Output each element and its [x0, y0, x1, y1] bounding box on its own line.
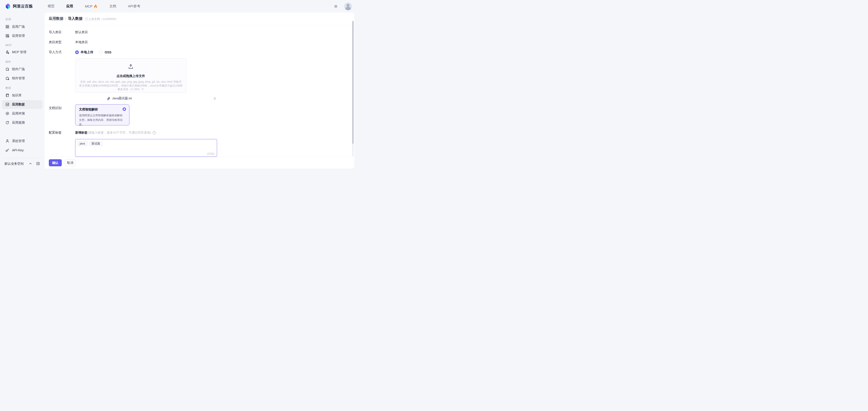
chart-icon — [5, 102, 9, 107]
tag-chip[interactable]: java — [78, 141, 87, 146]
category-type-value: 本地类目 — [75, 40, 88, 44]
sidebar-item-component-manage[interactable]: 组件管理 — [2, 74, 42, 83]
sidebar-section-apps: 应用 — [5, 18, 39, 21]
upload-hint-formats: 支持 .pdf,.doc,.docx,.txt,.md,.pptx,.ppt,.… — [75, 80, 186, 84]
avatar-torso — [345, 7, 351, 10]
collapse-panel-icon[interactable] — [36, 162, 40, 166]
sidebar-divider — [4, 158, 41, 158]
grid-manage-icon — [5, 34, 9, 38]
breadcrumb-separator: / — [65, 17, 66, 21]
cancel-button[interactable]: 取消 — [65, 159, 75, 166]
nav-tab-api[interactable]: API参考 — [128, 4, 140, 8]
nav-tab-mcp-label: MCP — [85, 4, 92, 8]
puzzle-icon — [5, 67, 9, 71]
sidebar-item-label: 应用评测 — [12, 112, 25, 116]
upload-dropzone[interactable]: 点击或拖拽上传文件 支持 .pdf,.doc,.docx,.txt,.md,.p… — [75, 58, 186, 93]
tag-chip-list: java 面试题 — [78, 141, 215, 146]
tags-helper-title: 新增标签 — [75, 130, 87, 135]
radio-selected-icon — [75, 51, 79, 54]
sidebar-item-app-plaza[interactable]: 应用广场 — [2, 23, 42, 31]
paperclip-icon — [107, 97, 110, 100]
nav-tab-docs[interactable]: 文档 — [110, 4, 116, 8]
radio-selected-icon[interactable] — [123, 108, 126, 111]
top-navigation: 模型 应用 MCP 🔥 文档 API参考 — [44, 4, 140, 8]
radio-unselected-icon — [99, 51, 103, 54]
breadcrumb-current: 导入数据 — [68, 17, 83, 21]
confirm-button[interactable]: 确认 — [49, 159, 62, 166]
uploaded-file-name: Java面试题.txt — [112, 96, 132, 100]
doc-parse-option-card[interactable]: 文档智能解析 使用阿里云文档智能解析服务据解析文档，抽取文档内容、层级结构等信息… — [75, 104, 129, 125]
upload-icon — [128, 64, 134, 69]
sidebar-item-knowledge-base[interactable]: 知识库 — [2, 91, 42, 100]
sidebar-item-app-evaluation[interactable]: 应用评测 — [2, 109, 42, 118]
brand[interactable]: 阿里云百炼 — [0, 3, 44, 9]
body-row: 应用 应用广场 应用管理 MCP — [0, 12, 356, 169]
gear-icon[interactable] — [334, 4, 338, 8]
tags-label: 配置标签 — [49, 130, 75, 135]
upload-hint-count: 最多支持（1/ 200）个 — [75, 87, 186, 91]
sidebar-item-label: 应用观测 — [12, 121, 25, 125]
row-import-category: 导入类目 默认类目 — [44, 29, 354, 35]
upload-area-wrap: 点击或拖拽上传文件 支持 .pdf,.doc,.docx,.txt,.md,.p… — [75, 58, 354, 101]
scrollbar-thumb[interactable] — [352, 21, 354, 144]
nav-tab-models[interactable]: 模型 — [48, 4, 55, 8]
grid-icon — [5, 25, 9, 29]
remove-file-icon[interactable]: ✕ — [212, 96, 217, 101]
nav-tab-mcp[interactable]: MCP 🔥 — [85, 4, 98, 8]
doc-recognition-label: 文档识别 — [49, 104, 75, 110]
import-method-options: 本地上传 OSS — [75, 50, 112, 54]
avatar-head — [347, 4, 350, 7]
sidebar-item-system-manage[interactable]: 系统管理 — [2, 137, 42, 145]
puzzle-manage-icon — [5, 76, 9, 81]
radio-local-upload[interactable]: 本地上传 — [75, 50, 93, 54]
sidebar-section-components: 组件 — [5, 60, 39, 64]
sidebar-item-app-manage[interactable]: 应用管理 — [2, 32, 42, 40]
tags-input[interactable]: java 面试题 (2/32) — [75, 139, 217, 157]
sidebar: 应用 应用广场 应用管理 MCP — [0, 12, 44, 169]
import-method-label: 导入方式 — [49, 50, 75, 54]
sidebar-section-data: 数据 — [5, 86, 39, 90]
doc-parse-description: 使用阿里云文档智能解析服务据解析文档，抽取文档内容、层级结构等信息。 — [79, 113, 125, 127]
sidebar-item-label: 组件广场 — [12, 67, 25, 71]
key-icon — [5, 148, 9, 152]
sidebar-item-mcp-manage[interactable]: MCP 管理 — [2, 48, 42, 57]
row-tags: 配置标签 新增标签 (请输入标签，最多32个字符，可通过回车添加) ? — [44, 130, 354, 135]
import-category-value: 默认类目 — [75, 30, 88, 34]
sidebar-item-app-observation[interactable]: 应用观测 — [2, 118, 42, 127]
breadcrumb-parent[interactable]: 应用数据 — [49, 17, 63, 21]
pie-chart-icon — [5, 121, 9, 125]
tag-chip[interactable]: 面试题 — [89, 141, 102, 146]
sidebar-item-api-key[interactable]: API-Key — [2, 146, 42, 154]
upload-title: 点击或拖拽上传文件 — [75, 74, 186, 78]
radio-oss[interactable]: OSS — [99, 51, 112, 54]
sidebar-item-label: API-Key — [12, 148, 24, 152]
topbar-right — [334, 2, 356, 10]
row-doc-recognition: 文档识别 文档智能解析 使用阿里云文档智能解析服务据解析文档，抽取文档内容、层级… — [44, 104, 354, 125]
upload-hints: 支持 .pdf,.doc,.docx,.txt,.md,.pptx,.ppt,.… — [75, 80, 186, 91]
sidebar-item-label: 应用管理 — [12, 34, 25, 38]
upload-hint-limits: 单文档最大限制100MB或1000页，单图片最大限制20MB，excel文件建议… — [75, 84, 186, 88]
nav-tab-apps[interactable]: 应用 — [66, 4, 73, 8]
sidebar-item-label: 组件管理 — [12, 76, 25, 81]
sidebar-item-label: 应用数据 — [12, 102, 25, 107]
sidebar-item-label: 系统管理 — [12, 139, 25, 143]
avatar[interactable] — [344, 2, 352, 10]
topbar: 阿里云百炼 模型 应用 MCP 🔥 文档 API参考 — [0, 0, 356, 12]
tags-helper: 新增标签 (请输入标签，最多32个字符，可通过回车添加) ? — [75, 130, 156, 135]
import-form: 导入类目 默认类目 类目类型 本地类目 导入方式 本地上传 — [44, 25, 354, 157]
uploaded-docs-count: 已上传文档（1/100000） — [85, 17, 118, 21]
question-circle-icon[interactable]: ? — [153, 131, 156, 135]
sidebar-item-component-plaza[interactable]: 组件广场 — [2, 65, 42, 74]
row-import-method: 导入方式 本地上传 OSS — [44, 49, 354, 55]
fire-icon: 🔥 — [94, 4, 97, 8]
chevron-up-icon[interactable] — [29, 162, 32, 166]
workspace-switcher[interactable]: 默认业务空间 — [0, 160, 44, 166]
category-type-label: 类目类型 — [49, 40, 75, 44]
main-panel: 应用数据 / 导入数据 已上传文档（1/100000） 导入类目 默认类目 类目… — [44, 12, 354, 169]
sidebar-item-app-data[interactable]: 应用数据 — [2, 100, 42, 109]
form-footer: 确认 取消 — [44, 157, 354, 169]
lightning-icon — [5, 50, 9, 54]
compass-icon — [5, 112, 9, 116]
sidebar-item-label: 应用广场 — [12, 25, 25, 29]
radio-local-upload-label: 本地上传 — [81, 50, 93, 54]
